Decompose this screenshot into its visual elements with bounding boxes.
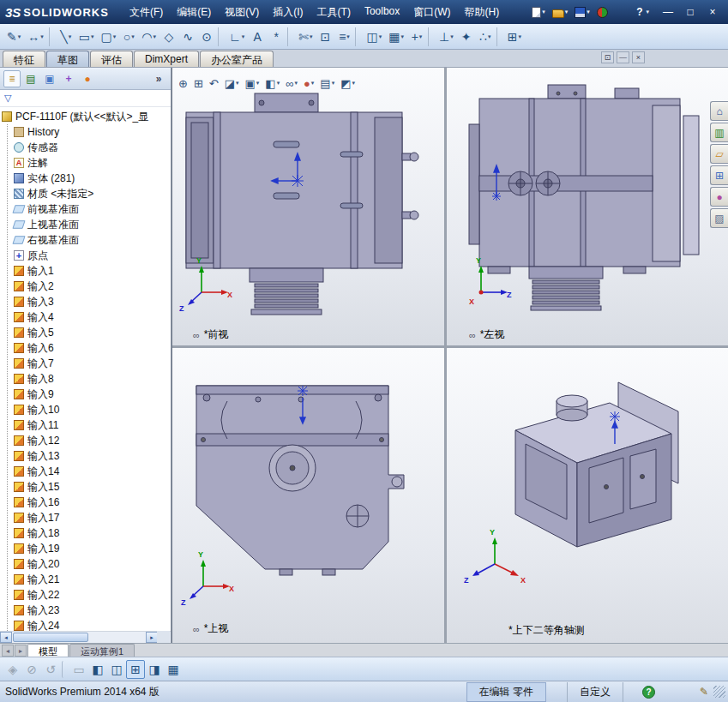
options-icon[interactable] xyxy=(595,6,610,19)
tree-item[interactable]: 输入7 xyxy=(0,356,158,371)
tabs-scroll-left-icon[interactable]: ◂ xyxy=(2,645,14,657)
trim-entities-icon[interactable]: ✄ ▾ xyxy=(295,27,316,47)
isometric-view-model[interactable]: Y X Z xyxy=(447,348,728,643)
tree-item[interactable]: 输入16 xyxy=(0,495,158,510)
customize-menu[interactable]: 自定义 xyxy=(567,682,623,702)
doc-minimize-icon[interactable]: — xyxy=(617,51,629,63)
four-viewport-icon[interactable]: ⊞ xyxy=(126,660,145,679)
dimxpertmanager-tab-icon[interactable]: + xyxy=(60,70,77,87)
section-view-icon[interactable]: ◧ xyxy=(88,660,107,679)
circle-icon[interactable]: ○ ▾ xyxy=(119,27,138,47)
document-tab[interactable]: 运动算例1 xyxy=(69,644,135,657)
edit-appearance-icon[interactable]: ● ▾ xyxy=(301,75,316,92)
tree-item[interactable]: 输入23 xyxy=(0,603,158,618)
ribbon-tab[interactable]: 评估 xyxy=(90,51,133,67)
tabs-scroll-right-icon[interactable]: ▸ xyxy=(15,645,27,657)
appearances-scenes-icon[interactable]: ● xyxy=(710,187,728,207)
propertymanager-tab-icon[interactable]: ▤ xyxy=(22,70,39,87)
tree-item[interactable]: 输入21 xyxy=(0,572,158,587)
save-icon[interactable]: ▾ xyxy=(573,6,592,19)
minimize-button[interactable]: — xyxy=(658,3,678,21)
tree-root-item[interactable]: PCF-1110F (默认<<默认>_显 xyxy=(0,109,158,124)
tree-item[interactable]: 输入20 xyxy=(0,556,158,572)
zoom-area-icon[interactable]: ⊞ xyxy=(191,75,206,92)
maximize-button[interactable]: □ xyxy=(680,3,701,21)
tree-item[interactable]: 输入17 xyxy=(0,510,158,525)
undo-view-icon[interactable]: ↺ xyxy=(41,660,60,679)
view-orientation-icon[interactable]: ▣ ▾ xyxy=(243,75,262,92)
tree-item[interactable]: 输入8 xyxy=(0,371,158,387)
offset-entities-icon[interactable]: ≡ ▾ xyxy=(334,27,353,47)
solidworks-resources-icon[interactable]: ⌂ xyxy=(710,101,728,121)
tree-item[interactable]: 输入18 xyxy=(0,525,158,541)
tree-item[interactable]: 传感器 xyxy=(0,140,158,155)
viewport-left[interactable]: Y Z X ∞ *左视 xyxy=(447,68,728,345)
view-orientation-icon[interactable]: ◫ xyxy=(107,660,126,679)
menu-item[interactable]: 视图(V) xyxy=(218,2,266,23)
tree-item[interactable]: 输入6 xyxy=(0,340,158,356)
viewport-isometric[interactable]: Y X Z *上下二等角轴测 xyxy=(447,348,728,643)
tree-item[interactable]: 注解 xyxy=(0,155,158,171)
linear-pattern-icon[interactable]: ▦ ▾ xyxy=(385,27,407,47)
mass-properties-icon[interactable]: ◈ xyxy=(3,660,22,679)
repair-sketch-icon[interactable]: ✦ xyxy=(457,27,476,47)
move-entities-icon[interactable]: + ▾ xyxy=(407,27,426,47)
open-icon[interactable]: ▾ xyxy=(551,6,570,19)
menu-item[interactable]: 帮助(H) xyxy=(458,2,507,23)
tree-item[interactable]: 输入14 xyxy=(0,464,158,479)
menu-item[interactable]: 窗口(W) xyxy=(406,2,457,23)
menu-item[interactable]: 工具(T) xyxy=(310,2,358,23)
text-icon[interactable]: A xyxy=(248,27,267,47)
arc-icon[interactable]: ◠ ▾ xyxy=(138,27,159,47)
new-document-icon[interactable]: ▾ xyxy=(530,6,547,19)
tree-item[interactable]: 输入15 xyxy=(0,479,158,495)
doc-restore-icon[interactable]: ⊡ xyxy=(601,51,614,63)
tree-item[interactable]: 原点 xyxy=(0,248,158,263)
display-style-icon[interactable]: ◨ xyxy=(145,660,164,679)
ribbon-tab[interactable]: 特征 xyxy=(3,51,45,67)
ellipse-icon[interactable]: ⊙ xyxy=(197,27,216,47)
tree-item[interactable]: 材质 <未指定> xyxy=(0,186,158,201)
tree-item[interactable]: 右视基准面 xyxy=(0,232,158,248)
view-settings-icon[interactable]: ◩ ▾ xyxy=(338,75,358,92)
display-relations-icon[interactable]: ⊥ ▾ xyxy=(436,27,457,47)
viewport-top[interactable]: Y X Z ∞ *上视 xyxy=(172,348,444,643)
design-library-icon[interactable]: ▥ xyxy=(710,123,728,142)
point-icon[interactable]: * xyxy=(267,27,286,47)
scroll-left-icon[interactable]: ◂ xyxy=(0,632,12,643)
mirror-entities-icon[interactable]: ◫ ▾ xyxy=(363,27,385,47)
panel-overflow-icon[interactable]: » xyxy=(150,70,167,87)
tree-item[interactable]: 输入10 xyxy=(0,402,158,417)
smart-dimension-icon[interactable]: ↔ ▾ xyxy=(24,27,47,47)
grid-settings-icon[interactable]: ⊞ ▾ xyxy=(504,27,525,47)
front-view-model[interactable]: Y X Z xyxy=(172,68,444,345)
polygon-icon[interactable]: ◇ xyxy=(159,27,178,47)
slot-icon[interactable]: ▢ ▾ xyxy=(98,27,120,47)
tree-item[interactable]: 输入22 xyxy=(0,587,158,603)
measure-icon[interactable]: ⊘ xyxy=(22,660,41,679)
scroll-right-icon[interactable]: ▸ xyxy=(146,632,158,643)
hscroll-thumb[interactable] xyxy=(13,633,88,642)
viewport-front[interactable]: ⊕ ⊞ ↶ ◪ ▾ ▣ ▾ ◧ ▾ ∞ xyxy=(172,68,444,345)
resize-grip[interactable] xyxy=(713,686,725,698)
ribbon-tab[interactable]: DimXpert xyxy=(134,51,199,67)
left-view-model[interactable]: Y Z X xyxy=(447,68,728,345)
menu-item[interactable]: 插入(I) xyxy=(266,2,310,23)
ribbon-tab[interactable]: 办公室产品 xyxy=(200,51,274,67)
view-palette-icon[interactable]: ⊞ xyxy=(710,165,728,185)
tree-item[interactable]: 实体 (281) xyxy=(0,171,158,186)
quick-snaps-icon[interactable]: ∴ ▾ xyxy=(476,27,495,47)
tree-item[interactable]: 输入5 xyxy=(0,325,158,340)
tree-item[interactable]: 输入4 xyxy=(0,309,158,325)
line-icon[interactable]: ╲ ▾ xyxy=(57,27,75,47)
close-button[interactable]: × xyxy=(702,3,723,21)
apply-scene-icon[interactable]: ▦ xyxy=(164,660,183,679)
filter-icon[interactable]: ▽ xyxy=(4,93,11,104)
previous-view-icon[interactable]: ↶ xyxy=(207,75,221,92)
section-view-icon[interactable]: ◪ ▾ xyxy=(222,75,242,92)
evaluate-icon[interactable]: ▭ xyxy=(69,660,88,679)
custom-properties-icon[interactable]: ▨ xyxy=(710,208,728,228)
apply-scene-icon[interactable]: ▤ ▾ xyxy=(317,75,337,92)
tree-item[interactable]: 输入19 xyxy=(0,541,158,556)
tree-item[interactable]: History xyxy=(0,124,158,140)
